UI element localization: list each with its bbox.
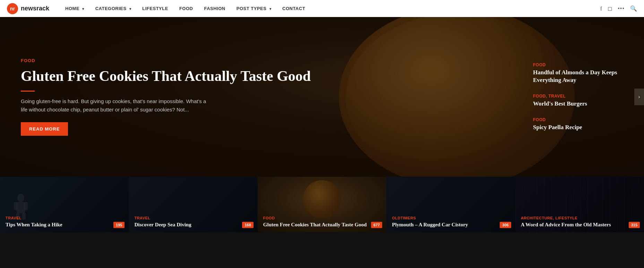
chevron-down-icon: ▾ (129, 7, 131, 11)
card-2-title: Discover Deep Sea Diving (134, 221, 252, 228)
instagram-icon[interactable]: ◻ (608, 5, 612, 12)
nav-item-fashion[interactable]: FASHION (198, 0, 231, 17)
hero-divider (21, 91, 35, 92)
card-5-title: A Word of Advice From the Old Masters (521, 221, 638, 228)
nav-item-categories[interactable]: CATEGORIES ▾ (90, 0, 137, 17)
logo-icon: nr (7, 3, 18, 14)
sidebar-article-1-category: Food (533, 62, 630, 67)
card-4-category: Oldtimers (392, 216, 509, 220)
nav-link-food[interactable]: FOOD (174, 0, 199, 17)
card-1-title: Tips When Taking a Hike (6, 221, 123, 228)
nav-social-icons: f ◻ ••• 🔍 (600, 5, 637, 12)
card-4[interactable]: Oldtimers Plymouth – A Rugged Car Cistor… (386, 177, 515, 232)
card-1-content: Travel Tips When Taking a Hike (0, 212, 129, 233)
card-1-count: 195 (113, 222, 124, 228)
sidebar-article-3-category: Food (533, 117, 630, 122)
nav-link-home[interactable]: HOME ▾ (60, 0, 90, 17)
main-nav: nr newsrack HOME ▾ CATEGORIES ▾ LIFESTYL… (0, 0, 644, 17)
card-4-count: 306 (500, 222, 511, 228)
nav-link-contact[interactable]: CONTACT (277, 0, 311, 17)
hero-content: Food Gluten Free Cookies That Actually T… (0, 17, 419, 177)
nav-item-home[interactable]: HOME ▾ (60, 0, 90, 17)
sidebar-article-2[interactable]: Food, Travel World's Best Burgers (533, 94, 630, 108)
hero-category: Food (21, 58, 398, 63)
card-2-content: Travel Discover Deep Sea Diving (129, 212, 257, 233)
nav-link-categories[interactable]: CATEGORIES ▾ (90, 0, 137, 17)
more-icon[interactable]: ••• (618, 6, 625, 12)
nav-link-lifestyle[interactable]: LIFESTYLE (137, 0, 174, 17)
nav-item-contact[interactable]: CONTACT (277, 0, 311, 17)
card-3[interactable]: Food Gluten Free Cookies That Actually T… (258, 177, 386, 232)
nav-item-food[interactable]: FOOD (174, 0, 199, 17)
card-3-title: Gluten Free Cookies That Actually Taste … (263, 221, 381, 228)
hero-title: Gluten Free Cookies That Actually Taste … (21, 67, 398, 85)
read-more-button[interactable]: READ MORE (21, 122, 68, 136)
card-4-content: Oldtimers Plymouth – A Rugged Car Cistor… (386, 212, 515, 233)
nav-link-fashion[interactable]: FASHION (198, 0, 231, 17)
card-5-count: 315 (629, 222, 640, 228)
nav-links: HOME ▾ CATEGORIES ▾ LIFESTYLE FOOD FASHI… (60, 0, 600, 17)
card-5-category: Architecture, Lifestyle (521, 216, 638, 220)
card-2-category: Travel (134, 216, 252, 220)
chevron-down-icon: ▾ (269, 7, 272, 11)
logo[interactable]: nr newsrack (7, 3, 49, 14)
sidebar-article-3[interactable]: Food Spicy Paella Recipe (533, 117, 630, 131)
sidebar-article-1[interactable]: Food Handful of Almonds a Day Keeps Ever… (533, 62, 630, 84)
logo-name: newsrack (21, 5, 49, 12)
chevron-down-icon: ▾ (82, 7, 84, 11)
card-2-count: 168 (242, 222, 253, 228)
sidebar-article-3-title: Spicy Paella Recipe (533, 124, 630, 131)
sidebar-article-2-category: Food, Travel (533, 94, 630, 99)
card-5-content: Architecture, Lifestyle A Word of Advice… (515, 212, 644, 233)
card-2[interactable]: Travel Discover Deep Sea Diving 168 (129, 177, 257, 232)
card-1[interactable]: Travel Tips When Taking a Hike 195 (0, 177, 129, 232)
card-4-title: Plymouth – A Rugged Car Cistory (392, 221, 509, 228)
card-3-count: 677 (371, 222, 382, 228)
card-5[interactable]: Architecture, Lifestyle A Word of Advice… (515, 177, 644, 232)
hero-excerpt: Going gluten-free is hard. But giving up… (21, 97, 208, 114)
card-3-category: Food (263, 216, 381, 220)
nav-item-lifestyle[interactable]: LIFESTYLE (137, 0, 174, 17)
card-1-category: Travel (6, 216, 123, 220)
search-icon[interactable]: 🔍 (630, 5, 637, 12)
facebook-icon[interactable]: f (600, 6, 602, 12)
hero-next-arrow[interactable]: › (634, 89, 644, 105)
sidebar-article-1-title: Handful of Almonds a Day Keeps Everythin… (533, 69, 630, 84)
sidebar-article-2-title: World's Best Burgers (533, 100, 630, 108)
hero-section: Food Gluten Free Cookies That Actually T… (0, 17, 644, 177)
nav-link-post-types[interactable]: POST TYPES ▾ (231, 0, 277, 17)
card-3-content: Food Gluten Free Cookies That Actually T… (258, 212, 386, 233)
nav-item-post-types[interactable]: POST TYPES ▾ (231, 0, 277, 17)
cards-row: Travel Tips When Taking a Hike 195 Trave… (0, 177, 644, 232)
hero-sidebar: Food Handful of Almonds a Day Keeps Ever… (533, 62, 630, 131)
